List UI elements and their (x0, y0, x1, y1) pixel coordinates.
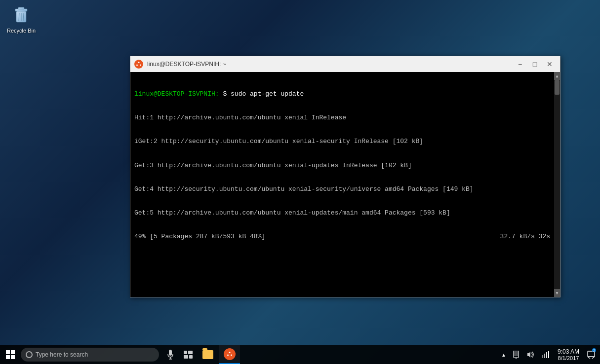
svg-rect-13 (184, 351, 187, 354)
svg-rect-28 (548, 351, 549, 358)
terminal-content[interactable]: linux@DESKTOP-ISVPNIH: $ sudo apt-get up… (130, 72, 554, 297)
maximize-button[interactable]: □ (528, 59, 541, 69)
svg-point-7 (138, 62, 140, 63)
svg-rect-10 (169, 350, 172, 356)
recycle-bin-icon[interactable]: Recycle Bin (4, 4, 39, 36)
scroll-track[interactable] (554, 80, 560, 289)
network-icon (542, 351, 550, 358)
svg-rect-14 (188, 351, 193, 354)
svg-rect-1 (18, 7, 24, 9)
task-view-icon (184, 351, 193, 359)
svg-rect-25 (542, 355, 543, 358)
folder-icon (202, 350, 213, 359)
device-icon[interactable] (509, 345, 523, 364)
terminal-scrollbar[interactable]: ▲ ▼ (554, 72, 560, 297)
svg-rect-26 (544, 354, 545, 358)
taskbar: Type here to search (0, 345, 600, 364)
search-icon (26, 351, 33, 358)
windows-logo-icon (6, 350, 15, 359)
progress-right: 32.7 kB/s 32s (500, 232, 550, 241)
volume-button[interactable] (524, 345, 538, 364)
svg-point-8 (140, 65, 141, 66)
svg-rect-22 (514, 351, 518, 356)
search-placeholder: Type here to search (36, 351, 88, 358)
file-explorer-button[interactable] (198, 345, 218, 364)
terminal-window: linux@DESKTOP-ISVPNIH: ~ − □ ✕ linux@DES… (130, 56, 560, 297)
desktop: Recycle Bin linux@DESKTOP-ISVPNIH: ~ − □ (0, 0, 600, 345)
scroll-up-arrow[interactable]: ▲ (554, 72, 560, 80)
task-view-button[interactable] (180, 345, 197, 364)
notification-badge: 2 (592, 348, 596, 352)
scroll-down-arrow[interactable]: ▼ (554, 289, 560, 297)
window-controls: − □ ✕ (514, 59, 556, 69)
notification-center-button[interactable]: 2 (584, 345, 598, 364)
ubuntu-taskbar-icon (224, 348, 236, 360)
recycle-bin-svg (11, 6, 31, 26)
progress-left: 49% [5 Packages 287 kB/593 kB 48%] (134, 232, 265, 241)
terminal-line-6: 49% [5 Packages 287 kB/593 kB 48%] 32.7 … (134, 232, 550, 241)
clock-date: 8/1/2017 (558, 355, 579, 361)
terminal-line-1: Hit:1 http://archive.ubuntu.com/ubuntu x… (134, 113, 550, 122)
microphone-icon (167, 350, 174, 360)
taskbar-center (159, 345, 499, 364)
clock-time: 9:03 AM (558, 348, 579, 355)
usb-icon (513, 351, 520, 359)
close-button[interactable]: ✕ (543, 59, 556, 69)
ubuntu-title-icon (134, 60, 143, 69)
show-hidden-icons-button[interactable]: ▲ (499, 345, 508, 364)
svg-rect-15 (184, 355, 188, 359)
terminal-title-text: linux@DESKTOP-ISVPNIH: ~ (147, 61, 226, 68)
terminal-line-0: linux@DESKTOP-ISVPNIH: $ sudo apt-get up… (134, 90, 550, 99)
terminal-body[interactable]: linux@DESKTOP-ISVPNIH: $ sudo apt-get up… (130, 72, 560, 297)
svg-rect-16 (189, 355, 193, 359)
taskbar-right: ▲ 9 (499, 345, 600, 364)
start-button[interactable] (0, 345, 21, 364)
prompt-text: linux@DESKTOP-ISVPNIH: (134, 90, 219, 98)
clock[interactable]: 9:03 AM 8/1/2017 (554, 345, 583, 364)
svg-point-18 (229, 352, 231, 353)
svg-marker-24 (527, 352, 530, 358)
terminal-taskbar-button[interactable] (219, 345, 240, 364)
terminal-line-2: iGet:2 http://security.ubuntu.com/ubuntu… (134, 137, 550, 146)
terminal-titlebar: linux@DESKTOP-ISVPNIH: ~ − □ ✕ (130, 56, 560, 72)
svg-rect-27 (546, 352, 547, 358)
cmd-text: $ sudo apt-get update (219, 90, 304, 98)
scroll-thumb[interactable] (555, 80, 560, 95)
svg-point-20 (227, 355, 229, 356)
minimize-button[interactable]: − (514, 59, 526, 69)
recycle-bin-label: Recycle Bin (7, 28, 36, 34)
search-bar[interactable]: Type here to search (21, 348, 159, 362)
terminal-line-4: Get:4 http://security.ubuntu.com/ubuntu … (134, 185, 550, 194)
terminal-line-5: Get:5 http://archive.ubuntu.com/ubuntu x… (134, 209, 550, 218)
svg-point-19 (231, 355, 232, 356)
cortana-button[interactable] (162, 345, 179, 364)
svg-point-9 (136, 65, 138, 66)
terminal-title-left: linux@DESKTOP-ISVPNIH: ~ (134, 60, 226, 69)
network-button[interactable] (539, 345, 553, 364)
speaker-icon (527, 351, 535, 358)
terminal-line-3: Get:3 http://archive.ubuntu.com/ubuntu x… (134, 161, 550, 170)
